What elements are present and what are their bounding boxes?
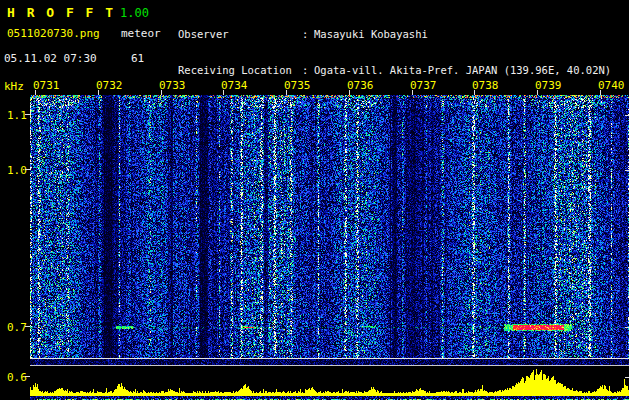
time-tick-label: 0731	[33, 79, 60, 92]
time-tick-label: 0733	[159, 79, 186, 92]
time-tick-label: 0732	[96, 79, 123, 92]
info-row-observer: Observer:Masayuki Kobayashi	[178, 28, 611, 40]
datetime-label: 05.11.02 07:30	[4, 52, 97, 65]
info-colon: :	[302, 28, 314, 40]
info-value: Masayuki Kobayashi	[314, 28, 428, 40]
echo-count: 61	[131, 52, 144, 65]
info-colon: :	[302, 64, 314, 76]
time-tick-label: 0738	[472, 79, 499, 92]
info-label: Receiving Location	[178, 64, 302, 76]
info-label: Observer	[178, 28, 302, 40]
freq-tick-label: 1.0	[7, 164, 27, 177]
time-tick-label: 0735	[284, 79, 311, 92]
mode-label: meteor	[121, 27, 161, 40]
info-row-location: Receiving Location:Ogata-vill. Akita-Pre…	[178, 64, 611, 76]
info-value: Ogata-vill. Akita-Pref. JAPAN (139.96E, …	[314, 64, 611, 76]
app-version: 1.00	[120, 6, 149, 20]
output-filename: 0511020730.png	[7, 27, 100, 40]
time-tick-label: 0739	[535, 79, 562, 92]
time-tick-label: 0737	[410, 79, 437, 92]
freq-axis-unit: kHz	[4, 80, 24, 93]
freq-tick-label: 0.6	[7, 371, 27, 384]
freq-tick-label: 1.1	[7, 109, 27, 122]
time-tick-label: 0736	[347, 79, 374, 92]
freq-tick-label: 0.7	[7, 321, 27, 334]
time-tick-label: 0734	[221, 79, 248, 92]
app-title: H R O F F T	[7, 5, 115, 20]
spectrogram-canvas	[30, 95, 629, 400]
hrofft-output-window: H R O F F T 1.00 0511020730.png meteor 0…	[0, 0, 629, 400]
time-tick-label: 0740	[598, 79, 625, 92]
